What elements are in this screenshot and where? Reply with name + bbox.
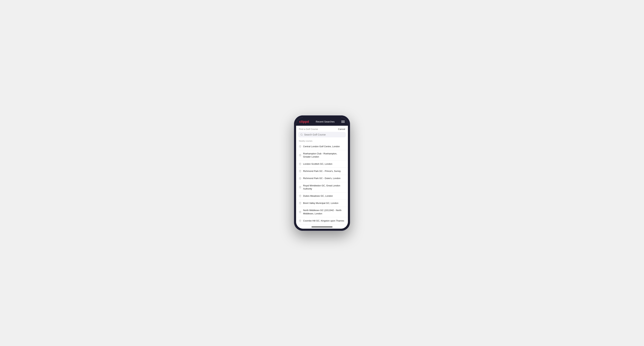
- course-list: Central London Golf Centre, LondonRoeham…: [296, 143, 348, 225]
- list-item[interactable]: London Scottish GC, London: [296, 161, 348, 168]
- list-item[interactable]: Roehampton Club - Roehampton, Greater Lo…: [296, 150, 348, 161]
- location-pin-icon: [299, 202, 301, 204]
- header-title: Recent Searches: [316, 120, 334, 123]
- svg-point-11: [300, 220, 300, 221]
- list-item[interactable]: North Middlesex GC (1011942 - North Midd…: [296, 207, 348, 217]
- phone-screen: clippd Recent Searches Find a Golf Cours…: [296, 118, 348, 229]
- app-logo: clippd: [299, 120, 309, 124]
- find-label: Find a Golf Course: [299, 128, 318, 130]
- cancel-button[interactable]: Cancel: [338, 128, 345, 130]
- list-item[interactable]: Coombe Hill GC, Kingston upon Thames: [296, 217, 348, 224]
- location-pin-icon: [299, 186, 301, 188]
- svg-point-2: [300, 146, 300, 147]
- list-item[interactable]: Dukes Meadows GC, London: [296, 192, 348, 200]
- svg-point-4: [300, 164, 300, 164]
- course-name: Dukes Meadows GC, London: [303, 194, 333, 197]
- course-name: North Middlesex GC (1011942 - North Midd…: [303, 209, 345, 215]
- svg-point-10: [300, 211, 300, 212]
- svg-point-9: [300, 203, 300, 203]
- course-name: London Scottish GC, London: [303, 163, 332, 166]
- find-header: Find a Golf Course Cancel: [296, 126, 348, 132]
- home-indicator: [296, 225, 348, 229]
- svg-line-1: [302, 135, 302, 136]
- location-pin-icon: [299, 154, 301, 157]
- phone-frame: clippd Recent Searches Find a Golf Cours…: [294, 115, 350, 231]
- search-input[interactable]: [304, 133, 344, 136]
- svg-point-3: [300, 155, 300, 156]
- nearby-label: Nearby courses: [296, 139, 348, 143]
- location-pin-icon: [299, 195, 301, 197]
- course-name: Richmond Park GC - Prince's, Surrey: [303, 170, 341, 173]
- list-item[interactable]: Royal Wimbledon GC, Great London Authori…: [296, 182, 348, 192]
- course-name: Coombe Hill GC, Kingston upon Thames: [303, 219, 344, 222]
- course-name: Central London Golf Centre, London: [303, 145, 340, 148]
- menu-icon[interactable]: [341, 121, 345, 123]
- app-header: clippd Recent Searches: [296, 118, 348, 126]
- svg-point-6: [300, 178, 300, 179]
- main-content: Find a Golf Course Cancel Nearby courses…: [296, 126, 348, 225]
- course-name: Brent Valley Municipal GC, London: [303, 202, 338, 205]
- location-pin-icon: [299, 145, 301, 148]
- list-item[interactable]: Brent Valley Municipal GC, London: [296, 200, 348, 207]
- location-pin-icon: [299, 163, 301, 165]
- location-pin-icon: [299, 220, 301, 222]
- list-item[interactable]: Richmond Park GC - Prince's, Surrey: [296, 168, 348, 175]
- location-pin-icon: [299, 170, 301, 173]
- list-item[interactable]: Central London Golf Centre, London: [296, 143, 348, 150]
- home-bar: [312, 227, 332, 227]
- course-name: Richmond Park GC - Duke's, London: [303, 177, 340, 180]
- search-box: [298, 132, 346, 137]
- location-pin-icon: [299, 177, 301, 180]
- location-pin-icon: [299, 211, 301, 213]
- search-icon: [300, 133, 303, 136]
- svg-point-8: [300, 195, 300, 196]
- course-name: Royal Wimbledon GC, Great London Authori…: [303, 184, 345, 190]
- svg-point-7: [300, 187, 300, 187]
- list-item[interactable]: Richmond Park GC - Duke's, London: [296, 175, 348, 182]
- svg-point-5: [300, 171, 300, 171]
- course-name: Roehampton Club - Roehampton, Greater Lo…: [303, 152, 345, 159]
